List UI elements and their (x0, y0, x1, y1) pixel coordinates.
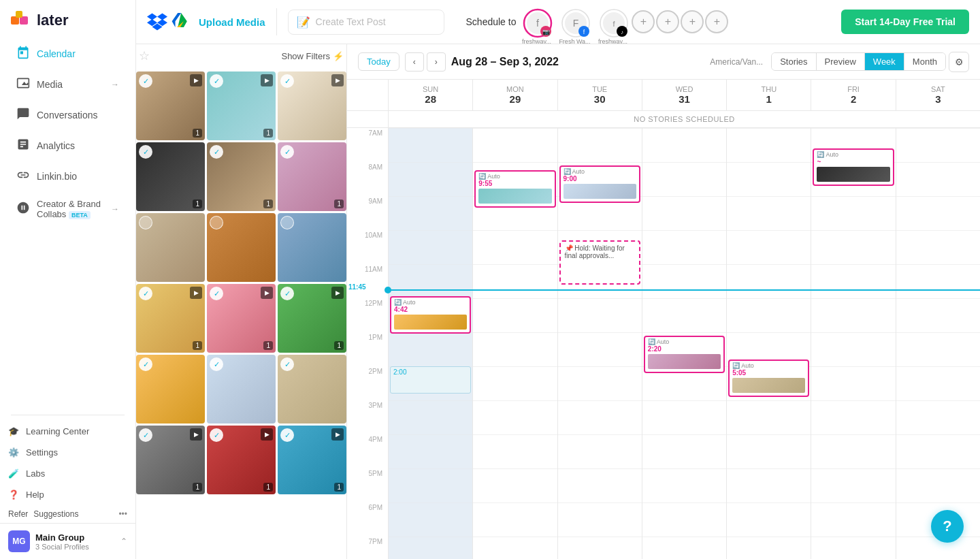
prev-week-button[interactable]: ‹ (405, 52, 424, 71)
media-item[interactable]: ✓▶1 (136, 284, 205, 353)
help-bubble[interactable]: ? (931, 510, 964, 543)
sidebar-item-settings[interactable]: ⚙️ Settings (0, 442, 135, 463)
day-col-sat (896, 128, 980, 559)
hour-line (473, 468, 557, 469)
media-item[interactable]: ✓▶1 (136, 426, 205, 494)
calendar-settings-button[interactable]: ⚙ (949, 52, 969, 72)
media-item[interactable]: ✓▶1 (207, 426, 276, 494)
hour-line (642, 502, 726, 503)
tab-stories[interactable]: Stories (772, 53, 816, 70)
hour-line (896, 468, 980, 469)
profile-facebook-1[interactable]: F f Fresh Wa... (561, 8, 588, 35)
event-thumbnail (394, 315, 467, 330)
media-play-icon: ▶ (190, 287, 202, 299)
linkin-bio-icon (16, 168, 30, 185)
media-item[interactable]: ✓▶1 (207, 284, 276, 353)
media-item[interactable]: ✓1 (207, 142, 276, 211)
event-time: 4:42 (394, 306, 467, 313)
media-item[interactable]: ✓ (207, 355, 276, 424)
day-col-tue: 🔄 Auto9:00📌 Hold: Waiting for final appr… (557, 128, 642, 559)
tab-preview[interactable]: Preview (817, 53, 865, 70)
media-item[interactable]: ✓▶1 (278, 426, 346, 494)
hour-line (727, 502, 811, 503)
calendar-event[interactable]: 🔄 Auto9:55 (474, 170, 555, 208)
calendar-event[interactable]: 🔄 Auto5:05 (728, 360, 809, 397)
profile-instagram-1[interactable]: f 📷 freshwav... (523, 8, 550, 35)
profile-name-2: Fresh Wa... (559, 38, 590, 45)
sidebar-item-calendar[interactable]: Calendar (5, 39, 130, 69)
tab-week[interactable]: Week (865, 53, 904, 70)
refer-label[interactable]: Refer (8, 509, 28, 519)
media-check-icon: ✓ (139, 74, 152, 88)
calendar-event[interactable]: 🔄 Auto4:42 (390, 296, 471, 334)
media-item[interactable]: ✓ (136, 355, 205, 424)
hour-line (389, 230, 472, 231)
hour-line (642, 162, 726, 163)
event-time: 2:20 (648, 345, 721, 353)
media-item[interactable] (207, 213, 276, 282)
more-icon[interactable]: ••• (118, 509, 127, 519)
stories-label (347, 111, 388, 127)
media-item[interactable]: ✓ (278, 355, 346, 424)
suggestions-label[interactable]: Suggestions (33, 509, 78, 519)
hour-line (473, 230, 557, 231)
sidebar-item-media[interactable]: Media → (5, 69, 130, 99)
media-check-icon: ✓ (280, 145, 294, 159)
media-item[interactable]: ✓1 (136, 142, 205, 211)
calendar-nav: Today ‹ › Aug 28 – Sep 3, 2022 America/V… (347, 44, 980, 80)
svg-text:f: f (537, 18, 540, 29)
media-item[interactable]: ✓1 (278, 142, 346, 211)
media-item[interactable]: ✓▶1 (136, 71, 205, 140)
user-section[interactable]: MG Main Group 3 Social Profiles ⌃ (0, 523, 135, 559)
sidebar-item-help[interactable]: ❓ Help (0, 484, 135, 505)
hour-line (727, 230, 811, 231)
hour-line (642, 128, 726, 129)
star-icon[interactable]: ☆ (139, 48, 150, 63)
calendar-event[interactable]: 🔄 Auto~ (813, 148, 894, 186)
hour-line (558, 400, 642, 401)
sidebar-item-creator-brand[interactable]: Creator & BrandCollabs BETA → (5, 192, 130, 226)
add-profile-button-1[interactable]: + (632, 10, 655, 33)
event-auto-label: 🔄 Auto (564, 168, 636, 175)
add-profile-button-4[interactable]: + (705, 10, 728, 33)
calendar-event[interactable]: 📌 Hold: Waiting for final approvals... (559, 240, 640, 285)
event-time: 9:55 (478, 180, 551, 187)
create-text-post-input[interactable]: 📝 Create Text Post (288, 10, 444, 35)
time-label: 4PM (347, 434, 388, 468)
day-num-sat: 3 (899, 93, 977, 105)
media-controls: ☆ Show Filters ⚡ (136, 44, 346, 67)
sidebar-item-analytics[interactable]: Analytics (5, 131, 130, 161)
upload-media-button[interactable]: Upload Media (199, 16, 265, 28)
tab-month[interactable]: Month (904, 53, 945, 70)
hour-line (896, 298, 980, 299)
hour-line (389, 162, 472, 163)
media-count: 1 (193, 341, 202, 350)
start-trial-button[interactable]: Start 14-Day Free Trial (841, 10, 969, 34)
media-item[interactable]: ✓▶ (278, 71, 346, 140)
hold-label: 📌 Hold: Waiting for final approvals... (565, 244, 635, 259)
sidebar-item-learning-center[interactable]: 🎓 Learning Center (0, 421, 135, 442)
media-item[interactable] (136, 213, 205, 282)
next-week-button[interactable]: › (427, 52, 446, 71)
sidebar-item-conversations[interactable]: Conversations (5, 100, 130, 130)
calendar-event[interactable]: 🔄 Auto9:00 (559, 165, 640, 203)
media-item[interactable] (278, 213, 346, 282)
add-profile-button-2[interactable]: + (656, 10, 679, 33)
profile-tiktok-1[interactable]: f ♪ freshwav... (599, 8, 626, 35)
hour-line (811, 298, 895, 299)
analytics-icon (16, 138, 30, 154)
sidebar-item-linkin-bio[interactable]: Linkin.bio (5, 161, 130, 191)
today-button[interactable]: Today (358, 52, 399, 71)
add-profile-button-3[interactable]: + (681, 10, 704, 33)
show-filters-button[interactable]: Show Filters ⚡ (281, 51, 344, 61)
hour-line (558, 230, 642, 231)
media-item[interactable]: ✓▶1 (207, 71, 276, 140)
view-tabs: Stories Preview Week Month (771, 52, 946, 71)
day-col-sun: 2:00🔄 Auto4:42 (388, 128, 472, 559)
hour-line (811, 196, 895, 197)
hour-line (896, 162, 980, 163)
day-header-tue: TUE 30 (557, 80, 642, 110)
calendar-event[interactable]: 🔄 Auto2:20 (644, 336, 725, 373)
sidebar-item-labs[interactable]: 🧪 Labs (0, 463, 135, 484)
media-item[interactable]: ✓▶1 (278, 284, 346, 353)
